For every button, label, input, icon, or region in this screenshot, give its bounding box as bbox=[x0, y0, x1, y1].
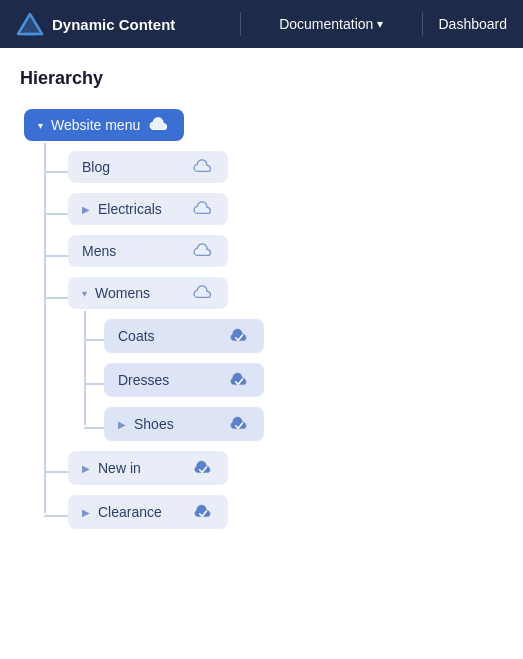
mens-button[interactable]: Mens bbox=[68, 235, 228, 267]
electricals-node: ▶ Electricals bbox=[68, 193, 503, 225]
womens-cloud-icon bbox=[192, 285, 214, 301]
nav-dashboard-label: Dashboard bbox=[439, 16, 508, 32]
electricals-button[interactable]: ▶ Electricals bbox=[68, 193, 228, 225]
new-in-chevron-icon: ▶ bbox=[82, 463, 90, 474]
website-menu-button[interactable]: ▾ Website menu bbox=[24, 109, 184, 141]
womens-label: Womens bbox=[95, 285, 150, 301]
root-row: ▾ Website menu bbox=[24, 109, 503, 141]
clearance-label: Clearance bbox=[98, 504, 162, 520]
clearance-node: ▶ Clearance bbox=[68, 495, 503, 529]
coats-node: Coats bbox=[104, 319, 503, 353]
blog-cloud-icon bbox=[192, 159, 214, 175]
shoes-node: ▶ Shoes bbox=[104, 407, 503, 441]
shoes-label: Shoes bbox=[134, 416, 174, 432]
dresses-button[interactable]: Dresses bbox=[104, 363, 264, 397]
mens-node: Mens bbox=[68, 235, 503, 267]
nav-dashboard[interactable]: Dashboard bbox=[439, 16, 508, 32]
logo-icon bbox=[16, 10, 44, 38]
womens-node: ▾ Womens Coats bbox=[68, 277, 503, 441]
dresses-node: Dresses bbox=[104, 363, 503, 397]
root-label: Website menu bbox=[51, 117, 140, 133]
blog-node: Blog bbox=[68, 151, 503, 183]
new-in-cloud-check-icon bbox=[192, 459, 214, 477]
electricals-cloud-icon bbox=[192, 201, 214, 217]
electricals-chevron-icon: ▶ bbox=[82, 204, 90, 215]
page-content: Hierarchy ▾ Website menu bbox=[0, 48, 523, 659]
app-title: Dynamic Content bbox=[52, 16, 175, 33]
app-logo: Dynamic Content bbox=[16, 10, 224, 38]
nav-documentation[interactable]: Documentation ▾ bbox=[257, 16, 406, 32]
coats-button[interactable]: Coats bbox=[104, 319, 264, 353]
hierarchy-tree: ▾ Website menu Blog bbox=[20, 109, 503, 529]
coats-label: Coats bbox=[118, 328, 155, 344]
mens-label: Mens bbox=[82, 243, 116, 259]
navbar: Dynamic Content Documentation ▾ Dashboar… bbox=[0, 0, 523, 48]
new-in-button[interactable]: ▶ New in bbox=[68, 451, 228, 485]
coats-cloud-check-icon bbox=[228, 327, 250, 345]
root-cloud-icon bbox=[148, 117, 170, 133]
womens-button[interactable]: ▾ Womens bbox=[68, 277, 228, 309]
electricals-label: Electricals bbox=[98, 201, 162, 217]
clearance-button[interactable]: ▶ Clearance bbox=[68, 495, 228, 529]
mens-cloud-icon bbox=[192, 243, 214, 259]
tree-root-node: ▾ Website menu Blog bbox=[24, 109, 503, 529]
level1-children: Blog ▶ Electricals bbox=[24, 151, 503, 529]
womens-children: Coats bbox=[68, 319, 503, 441]
nav-divider-2 bbox=[422, 12, 423, 36]
nav-docs-label: Documentation bbox=[279, 16, 373, 32]
dresses-label: Dresses bbox=[118, 372, 169, 388]
svg-marker-1 bbox=[18, 14, 42, 34]
shoes-cloud-check-icon bbox=[228, 415, 250, 433]
nav-divider bbox=[240, 12, 241, 36]
blog-label: Blog bbox=[82, 159, 110, 175]
dresses-cloud-check-icon bbox=[228, 371, 250, 389]
shoes-chevron-icon: ▶ bbox=[118, 419, 126, 430]
page-title: Hierarchy bbox=[20, 68, 503, 89]
new-in-node: ▶ New in bbox=[68, 451, 503, 485]
nav-docs-chevron-icon: ▾ bbox=[377, 17, 383, 31]
shoes-button[interactable]: ▶ Shoes bbox=[104, 407, 264, 441]
blog-button[interactable]: Blog bbox=[68, 151, 228, 183]
root-chevron-icon: ▾ bbox=[38, 120, 43, 131]
clearance-cloud-check-icon bbox=[192, 503, 214, 521]
new-in-label: New in bbox=[98, 460, 141, 476]
womens-chevron-icon: ▾ bbox=[82, 288, 87, 299]
clearance-chevron-icon: ▶ bbox=[82, 507, 90, 518]
